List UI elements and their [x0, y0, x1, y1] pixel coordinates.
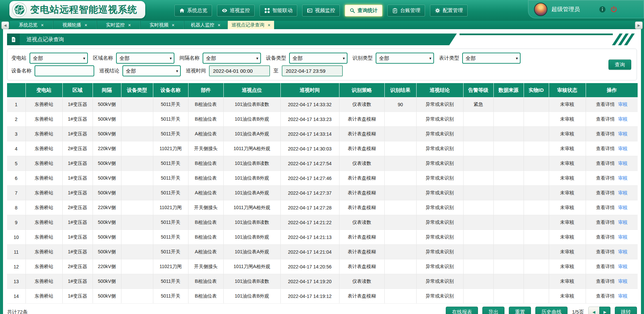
- view-detail-link[interactable]: 查看详情: [596, 102, 615, 107]
- filter-select[interactable]: 全部: [116, 53, 174, 64]
- view-detail-link[interactable]: 查看详情: [596, 116, 615, 122]
- query-button[interactable]: 查询: [608, 59, 631, 70]
- cell-strategy: 表计表盘模糊: [339, 259, 384, 274]
- view-detail-link[interactable]: 查看详情: [596, 293, 615, 299]
- tab[interactable]: 实时视频 ×: [140, 21, 184, 29]
- nav-button[interactable]: 智能联动: [260, 5, 297, 16]
- cell-data-source: [493, 245, 524, 259]
- nav-button[interactable]: 台账管理: [387, 5, 425, 16]
- audit-link[interactable]: 审核: [618, 190, 628, 195]
- filter-select[interactable]: 全部: [376, 53, 434, 64]
- tab[interactable]: 系统总览 ×: [9, 21, 53, 29]
- footer-button[interactable]: 重置: [509, 307, 531, 314]
- column-header: 区域: [62, 83, 93, 97]
- power-icon[interactable]: [610, 6, 618, 13]
- audit-link[interactable]: 审核: [618, 102, 628, 107]
- column-header: 设备名称: [153, 83, 188, 97]
- cell-no: 5: [7, 156, 25, 171]
- table-row: 4 东善桥站 2#变压器 220kV侧 11021刀闸 开关侧接头 1011刀闸…: [7, 141, 638, 156]
- tab-close-icon[interactable]: ×: [41, 23, 44, 27]
- view-detail-link[interactable]: 查看详情: [596, 175, 615, 181]
- cell-area: 1#变压器: [62, 245, 93, 259]
- filter-select[interactable]: 全部: [462, 53, 521, 64]
- cell-conclusion: 异常或未识别: [416, 259, 463, 274]
- footer-button[interactable]: 在线报表: [446, 307, 478, 314]
- time-to-input[interactable]: [282, 65, 343, 76]
- filter-select[interactable]: 全部: [289, 53, 347, 64]
- jump-button[interactable]: 跳转: [615, 307, 637, 314]
- cell-result: [384, 230, 416, 245]
- nav-button[interactable]: 巡视监控: [217, 5, 255, 16]
- view-detail-link[interactable]: 查看详情: [596, 161, 615, 166]
- tab[interactable]: 视频轮播 ×: [53, 21, 97, 29]
- audit-link[interactable]: 审核: [618, 175, 628, 181]
- tab-scroll-left-icon[interactable]: ◀: [1, 21, 9, 29]
- audit-link[interactable]: 审核: [618, 234, 628, 240]
- column-header: 识别结果: [384, 83, 416, 97]
- view-detail-link[interactable]: 查看详情: [596, 249, 615, 254]
- cell-no: 1: [7, 97, 25, 112]
- tab-close-icon[interactable]: ×: [85, 23, 87, 27]
- view-detail-link[interactable]: 查看详情: [596, 264, 615, 269]
- nav-button[interactable]: 视频监控: [302, 5, 340, 16]
- tab-close-icon[interactable]: ×: [268, 23, 270, 27]
- audit-link[interactable]: 审核: [618, 278, 628, 284]
- cell-station: 东善桥站: [25, 215, 62, 230]
- next-page-icon[interactable]: ▶: [599, 307, 610, 314]
- cell-point: 101油位表B外观: [223, 289, 280, 304]
- audit-link[interactable]: 审核: [618, 205, 628, 210]
- cell-time: 2022-04-17 14:21:22: [280, 215, 339, 230]
- audit-link[interactable]: 审核: [618, 264, 628, 269]
- tab-scroll-right-icon[interactable]: ▶: [635, 21, 643, 29]
- audit-link[interactable]: 审核: [618, 116, 628, 122]
- audit-link[interactable]: 审核: [618, 249, 628, 254]
- cell-station: 东善桥站: [25, 112, 62, 127]
- cell-device-type: [121, 245, 153, 259]
- audit-link[interactable]: 审核: [618, 146, 628, 151]
- audit-link[interactable]: 审核: [618, 219, 628, 225]
- cell-bay: 500kV侧: [93, 156, 121, 171]
- tab[interactable]: 巡视点记录查询 ×: [227, 21, 274, 29]
- cell-data-source: [493, 200, 524, 215]
- conclusion-select[interactable]: 全部: [122, 65, 181, 76]
- pagination: ◀ ▶: [588, 307, 610, 314]
- view-detail-link[interactable]: 查看详情: [596, 146, 615, 151]
- cell-result: [384, 215, 416, 230]
- tab[interactable]: 实时监控 ×: [97, 21, 140, 29]
- cell-strategy: 表计表盘模糊: [339, 245, 384, 259]
- nav-button[interactable]: 查询统计: [345, 5, 382, 16]
- view-detail-link[interactable]: 查看详情: [596, 219, 615, 225]
- filter-group: 巡视时间 至: [186, 65, 343, 76]
- prev-page-icon[interactable]: ◀: [588, 307, 599, 314]
- cell-strategy: 仪表读数: [339, 215, 384, 230]
- column-header: 操作: [586, 83, 638, 97]
- view-detail-link[interactable]: 查看详情: [596, 205, 615, 210]
- cell-physical-id: [524, 200, 549, 215]
- column-header: 部件: [188, 83, 223, 97]
- device-name-input[interactable]: [35, 65, 94, 76]
- view-detail-link[interactable]: 查看详情: [596, 190, 615, 195]
- column-header: 变电站: [25, 83, 62, 97]
- avatar[interactable]: [534, 3, 547, 16]
- table-row: 14 东善桥站 1#变压器 500kV侧 5011开关 B相油位表 101油位表…: [7, 289, 638, 304]
- audit-link[interactable]: 审核: [618, 131, 628, 136]
- cell-physical-id: [524, 156, 549, 171]
- info-icon[interactable]: [599, 6, 606, 13]
- view-detail-link[interactable]: 查看详情: [596, 131, 615, 136]
- audit-link[interactable]: 审核: [618, 293, 628, 299]
- time-from-input[interactable]: [209, 65, 270, 76]
- tab-close-icon[interactable]: ×: [172, 23, 174, 27]
- audit-link[interactable]: 审核: [618, 161, 628, 166]
- nav-button[interactable]: 配置管理: [430, 5, 468, 16]
- cell-area: 1#变压器: [62, 156, 93, 171]
- tab-close-icon[interactable]: ×: [218, 23, 220, 27]
- nav-button[interactable]: 系统总览: [174, 5, 212, 16]
- footer-button[interactable]: 导出: [482, 307, 504, 314]
- filter-select[interactable]: 全部: [203, 53, 261, 64]
- filter-select[interactable]: 全部: [30, 53, 88, 64]
- view-detail-link[interactable]: 查看详情: [596, 278, 615, 284]
- tab-close-icon[interactable]: ×: [128, 23, 131, 27]
- footer-button[interactable]: 历史曲线: [535, 307, 568, 314]
- tab[interactable]: 机器人监控 ×: [184, 21, 227, 29]
- view-detail-link[interactable]: 查看详情: [596, 234, 615, 240]
